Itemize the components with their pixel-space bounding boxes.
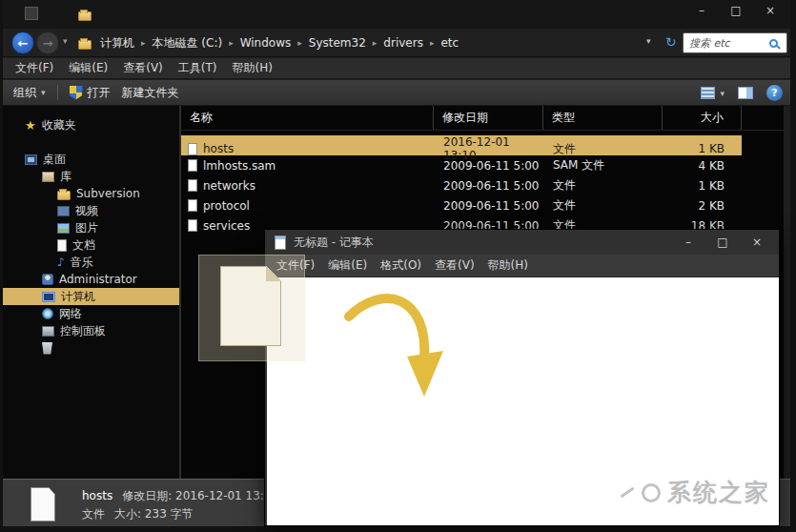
sidebar-item-administrator[interactable]: Administrator <box>0 271 179 288</box>
sidebar-item-pictures[interactable]: 图片 <box>0 219 179 236</box>
column-header-type[interactable]: 类型 <box>543 106 663 130</box>
close-button[interactable]: × <box>760 2 781 19</box>
preview-pane-icon[interactable] <box>738 87 753 99</box>
address-folder-icon <box>78 40 92 50</box>
file-date: 2009-06-11 5:00 <box>434 159 543 173</box>
address-dropdown-icon[interactable]: ▾ <box>646 36 651 46</box>
chevron-down-icon: ▾ <box>41 88 46 97</box>
file-row[interactable]: protocol 2009-06-11 5:00 文件 2 KB <box>181 195 742 215</box>
menu-help[interactable]: 帮助(H) <box>233 60 273 76</box>
chevron-down-icon: ▾ <box>720 89 725 98</box>
file-date: 2009-06-11 5:00 <box>434 179 543 193</box>
file-size: 1 KB <box>663 142 742 155</box>
star-icon: ★ <box>25 119 36 132</box>
watermark: 系统之家 <box>620 477 770 508</box>
sidebar-item-subversion[interactable]: Subversion <box>0 185 179 202</box>
change-view-button[interactable]: ▾ <box>701 87 725 99</box>
file-row[interactable]: networks 2009-06-11 5:00 文件 1 KB <box>181 175 742 195</box>
search-input[interactable] <box>684 37 769 50</box>
notepad-maximize-button[interactable]: □ <box>712 234 733 251</box>
search-icon[interactable] <box>769 39 778 48</box>
file-row[interactable]: lmhosts.sam 2009-06-11 5:00 SAM 文件 4 KB <box>181 155 742 175</box>
sidebar-item-desktop[interactable]: 桌面 <box>0 151 179 168</box>
minimize-button[interactable]: – <box>691 2 712 19</box>
forward-button[interactable]: → <box>36 31 59 54</box>
column-header-date[interactable]: 修改日期 <box>434 106 543 130</box>
file-row[interactable]: hosts 2016-12-01 13:10 文件 1 KB <box>181 135 742 155</box>
notepad-menu-help[interactable]: 帮助(H) <box>488 257 528 274</box>
refresh-icon[interactable]: ↻ <box>665 34 677 50</box>
drag-ghost <box>198 255 305 361</box>
navigation-pane: ★ 收藏夹 桌面 库 Subversion 视频 图片 文档 ♪ <box>0 106 179 479</box>
menu-file[interactable]: 文件(F) <box>15 60 53 76</box>
window-border <box>0 0 3 532</box>
toolbar-divider <box>57 85 58 100</box>
library-icon <box>42 172 54 182</box>
sidebar-item-computer[interactable]: 计算机 <box>0 288 179 305</box>
explorer-window: – □ × ← → ▾ 计算机 ▸ 本地磁盘 (C:) ▸ Windows ▸ … <box>0 0 796 532</box>
sidebar-item-recycle-bin[interactable] <box>0 339 179 357</box>
user-icon <box>42 274 53 285</box>
column-header-size[interactable]: 大小 <box>663 106 742 130</box>
column-header-filler <box>742 106 784 130</box>
watermark-logo-dash <box>621 487 635 499</box>
file-icon <box>188 219 197 232</box>
search-box <box>683 32 787 53</box>
sidebar-item-music[interactable]: ♪ 音乐 <box>0 254 179 271</box>
sidebar-item-label: 图片 <box>75 220 98 236</box>
sidebar-item-label: 收藏夹 <box>42 117 76 133</box>
sidebar-item-label: Administrator <box>59 273 137 286</box>
command-toolbar: 组织 ▾ 打开 新建文件夹 ▾ ? <box>0 80 796 106</box>
breadcrumb-item[interactable]: drivers <box>380 34 426 51</box>
breadcrumb-separator-icon: ▸ <box>137 38 150 48</box>
notepad-close-button[interactable]: × <box>746 234 767 251</box>
notepad-titlebar[interactable]: 无标题 - 记事本 – □ × <box>265 230 779 255</box>
computer-icon <box>42 292 55 302</box>
sidebar-item-videos[interactable]: 视频 <box>0 202 179 219</box>
file-type: SAM 文件 <box>543 157 663 174</box>
explorer-titlebar: – □ × <box>0 0 796 29</box>
breadcrumb-item[interactable]: etc <box>438 34 461 51</box>
file-size: 1 KB <box>663 179 742 193</box>
file-type: 文件 <box>543 197 663 214</box>
menu-bar: 文件(F) 编辑(E) 查看(V) 工具(T) 帮助(H) <box>0 58 796 79</box>
sidebar-item-documents[interactable]: 文档 <box>0 236 179 254</box>
back-button[interactable]: ← <box>11 31 34 54</box>
menu-view[interactable]: 查看(V) <box>123 60 163 76</box>
help-icon[interactable]: ? <box>766 85 783 101</box>
sidebar-item-network[interactable]: 网络 <box>0 305 179 322</box>
menu-edit[interactable]: 编辑(E) <box>69 60 108 76</box>
watermark-logo-ring <box>642 483 661 502</box>
notepad-menu-format[interactable]: 格式(O) <box>380 257 421 274</box>
sidebar-item-control-panel[interactable]: 控制面板 <box>0 322 179 339</box>
window-border <box>0 526 796 532</box>
file-icon <box>188 199 197 212</box>
notepad-title: 无标题 - 记事本 <box>294 235 374 251</box>
file-name: hosts <box>203 142 234 155</box>
notepad-minimize-button[interactable]: – <box>678 234 699 251</box>
notepad-menu-view[interactable]: 查看(V) <box>435 257 475 274</box>
sidebar-item-label: 网络 <box>59 306 82 322</box>
notepad-menu-bar: 文件(F) 编辑(E) 格式(O) 查看(V) 帮助(H) <box>265 255 779 277</box>
sidebar-item-libraries[interactable]: 库 <box>0 168 179 185</box>
file-icon <box>188 159 197 172</box>
sidebar-item-label: 视频 <box>75 203 98 219</box>
maximize-button[interactable]: □ <box>725 2 746 19</box>
breadcrumb-item[interactable]: System32 <box>306 34 369 51</box>
desktop-icon <box>25 154 37 165</box>
breadcrumb-item[interactable]: 计算机 <box>97 33 137 53</box>
sidebar-item-favorites[interactable]: ★ 收藏夹 <box>0 116 179 133</box>
sidebar-item-label: 库 <box>60 169 71 185</box>
sidebar-item-label: 音乐 <box>71 255 93 271</box>
breadcrumb-item[interactable]: Windows <box>237 34 295 51</box>
sidebar-item-label: 桌面 <box>43 152 66 168</box>
column-header-name[interactable]: 名称 <box>181 106 434 130</box>
history-dropdown-icon[interactable]: ▾ <box>63 36 68 46</box>
menu-tools[interactable]: 工具(T) <box>178 60 217 76</box>
organize-button[interactable]: 组织 ▾ <box>13 85 46 101</box>
breadcrumb-item[interactable]: 本地磁盘 (C:) <box>150 33 226 53</box>
file-size: 4 KB <box>663 159 742 173</box>
new-folder-button[interactable]: 新建文件夹 <box>122 85 179 101</box>
notepad-menu-edit[interactable]: 编辑(E) <box>328 257 367 274</box>
open-button[interactable]: 打开 <box>70 85 111 101</box>
